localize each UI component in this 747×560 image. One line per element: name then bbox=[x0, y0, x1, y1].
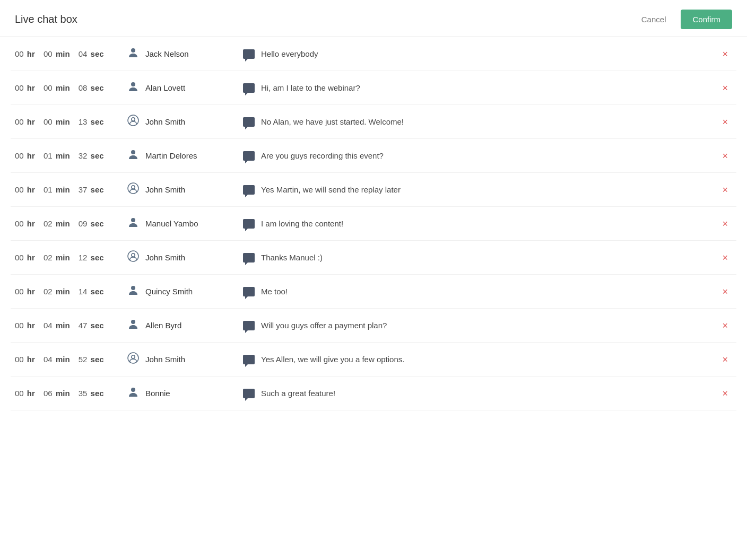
timestamp: 00 hr 00 min 04 sec bbox=[15, 49, 126, 58]
chat-bubble-icon bbox=[243, 219, 255, 229]
delete-button[interactable]: × bbox=[718, 387, 732, 400]
time-hr: 00 bbox=[15, 253, 24, 262]
time-hr-label: hr bbox=[25, 219, 35, 228]
time-min: 04 bbox=[41, 321, 53, 330]
chat-bubble-icon bbox=[243, 355, 255, 364]
table-row: 00 hr 06 min 35 sec Bonnie Such a great … bbox=[11, 377, 736, 410]
time-min: 02 bbox=[41, 253, 53, 262]
delete-button[interactable]: × bbox=[718, 115, 732, 129]
time-min: 00 bbox=[41, 117, 53, 126]
time-hr: 00 bbox=[15, 83, 24, 92]
delete-button[interactable]: × bbox=[718, 319, 732, 332]
time-min: 02 bbox=[41, 287, 53, 296]
message-text: I am loving the content! bbox=[261, 219, 343, 228]
svg-point-11 bbox=[131, 320, 135, 324]
time-hr: 00 bbox=[15, 185, 24, 194]
svg-point-3 bbox=[132, 118, 135, 121]
user-name: John Smith bbox=[145, 117, 185, 126]
time-sec-label: sec bbox=[88, 253, 103, 262]
person-icon bbox=[126, 47, 140, 61]
delete-button[interactable]: × bbox=[718, 149, 732, 163]
page-title: Live chat box bbox=[15, 13, 77, 25]
timestamp: 00 hr 00 min 13 sec bbox=[15, 117, 126, 126]
user-section: Martin Delores bbox=[126, 148, 243, 163]
time-hr-label: hr bbox=[25, 287, 35, 296]
person-icon bbox=[126, 284, 140, 299]
delete-button[interactable]: × bbox=[718, 81, 732, 95]
svg-point-14 bbox=[131, 388, 135, 392]
time-sec: 08 bbox=[76, 83, 88, 92]
time-sec: 52 bbox=[76, 355, 88, 364]
confirm-button[interactable]: Confirm bbox=[681, 10, 732, 29]
time-sec-label: sec bbox=[88, 287, 103, 296]
time-min-label: min bbox=[54, 117, 70, 126]
time-hr-label: hr bbox=[25, 117, 35, 126]
admin-icon bbox=[126, 115, 140, 129]
time-min: 04 bbox=[41, 355, 53, 364]
message-section: Thanks Manuel :) bbox=[243, 253, 718, 262]
person-icon bbox=[126, 216, 140, 231]
svg-point-1 bbox=[131, 82, 135, 86]
message-text: Will you guys offer a payment plan? bbox=[261, 321, 387, 330]
user-section: John Smith bbox=[126, 250, 243, 265]
delete-button[interactable]: × bbox=[718, 47, 732, 61]
user-name: John Smith bbox=[145, 253, 185, 262]
table-row: 00 hr 00 min 08 sec Alan Lovett Hi, am I… bbox=[11, 71, 736, 105]
svg-point-7 bbox=[131, 218, 135, 222]
message-text: Such a great feature! bbox=[261, 389, 335, 398]
user-name: Manuel Yambo bbox=[145, 219, 198, 228]
svg-point-13 bbox=[132, 355, 135, 358]
delete-button[interactable]: × bbox=[718, 183, 732, 197]
message-section: I am loving the content! bbox=[243, 219, 718, 229]
time-hr-label: hr bbox=[25, 185, 35, 194]
time-sec-label: sec bbox=[88, 185, 103, 194]
message-section: Yes Martin, we will send the replay late… bbox=[243, 185, 718, 195]
chat-bubble-icon bbox=[243, 253, 255, 262]
time-sec: 12 bbox=[76, 253, 88, 262]
person-icon bbox=[126, 81, 140, 95]
time-min-label: min bbox=[54, 287, 70, 296]
table-row: 00 hr 00 min 13 sec John Smith No Alan, … bbox=[11, 105, 736, 139]
delete-button[interactable]: × bbox=[718, 217, 732, 231]
cancel-button[interactable]: Cancel bbox=[633, 11, 675, 28]
message-section: Me too! bbox=[243, 287, 718, 296]
time-hr: 00 bbox=[15, 219, 24, 228]
time-min-label: min bbox=[54, 83, 70, 92]
time-min-label: min bbox=[54, 185, 70, 194]
time-min-label: min bbox=[54, 253, 70, 262]
time-hr: 00 bbox=[15, 117, 24, 126]
user-name: John Smith bbox=[145, 355, 185, 364]
user-name: Martin Delores bbox=[145, 151, 197, 160]
chat-list: 00 hr 00 min 04 sec Jack Nelson Hello ev… bbox=[0, 37, 747, 410]
table-row: 00 hr 01 min 32 sec Martin Delores Are y… bbox=[11, 139, 736, 173]
time-sec-label: sec bbox=[88, 219, 103, 228]
message-section: Hello everybody bbox=[243, 49, 718, 59]
time-hr-label: hr bbox=[25, 151, 35, 160]
header-actions: Cancel Confirm bbox=[633, 10, 732, 29]
table-row: 00 hr 04 min 52 sec John Smith Yes Allen… bbox=[11, 343, 736, 377]
user-section: Bonnie bbox=[126, 386, 243, 400]
delete-button[interactable]: × bbox=[718, 285, 732, 299]
svg-point-6 bbox=[132, 186, 135, 189]
user-section: Quincy Smith bbox=[126, 284, 243, 299]
time-hr-label: hr bbox=[25, 321, 35, 330]
user-section: John Smith bbox=[126, 182, 243, 197]
time-min: 02 bbox=[41, 219, 53, 228]
time-sec: 04 bbox=[76, 49, 88, 58]
user-name: John Smith bbox=[145, 185, 185, 194]
message-text: Hello everybody bbox=[261, 49, 318, 58]
chat-bubble-icon bbox=[243, 151, 255, 161]
time-sec-label: sec bbox=[88, 389, 103, 398]
delete-button[interactable]: × bbox=[718, 251, 732, 265]
delete-button[interactable]: × bbox=[718, 353, 732, 366]
table-row: 00 hr 02 min 09 sec Manuel Yambo I am lo… bbox=[11, 207, 736, 241]
time-min-label: min bbox=[54, 389, 70, 398]
time-hr-label: hr bbox=[25, 389, 35, 398]
user-section: Alan Lovett bbox=[126, 81, 243, 95]
user-section: Jack Nelson bbox=[126, 47, 243, 61]
message-section: Will you guys offer a payment plan? bbox=[243, 321, 718, 330]
user-section: Allen Byrd bbox=[126, 318, 243, 332]
message-section: No Alan, we have just started. Welcome! bbox=[243, 117, 718, 127]
user-name: Quincy Smith bbox=[145, 287, 193, 296]
timestamp: 00 hr 02 min 12 sec bbox=[15, 253, 126, 262]
